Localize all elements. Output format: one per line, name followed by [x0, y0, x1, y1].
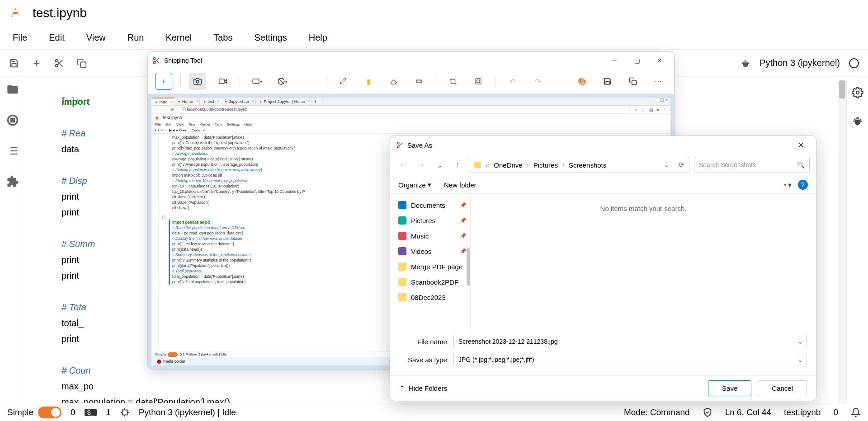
svg-point-18 [856, 91, 859, 94]
svg-point-28 [196, 80, 199, 83]
menu-run[interactable]: Run [124, 31, 148, 45]
ruler-button[interactable] [410, 73, 428, 90]
debug-icon[interactable] [852, 115, 863, 126]
kernel-name[interactable]: Python 3 (ipykernel) [760, 58, 840, 68]
svg-point-24 [153, 57, 156, 60]
kernel-icon[interactable] [120, 407, 130, 417]
menu-kernel[interactable]: Kernel [162, 31, 195, 45]
svg-rect-39 [477, 80, 480, 83]
copy-snip-button[interactable] [624, 73, 642, 90]
save-type-select[interactable]: JPG (*.jpg;*.jpeg;*.jpe;*.jfif)⌄ [453, 353, 807, 366]
video-mode-button[interactable] [214, 73, 231, 90]
scrollbar[interactable] [838, 80, 846, 403]
nav-up-button[interactable]: ↑ [451, 158, 464, 172]
jupyter-logo [9, 7, 22, 19]
add-cell-icon[interactable] [32, 58, 42, 68]
status-filename[interactable]: test.ipynb [784, 407, 821, 417]
hide-folders-button[interactable]: ⌃Hide Folders [399, 384, 447, 393]
paint-button[interactable]: 🎨 [574, 73, 591, 90]
menu-tabs[interactable]: Tabs [210, 31, 236, 45]
save-close-button[interactable]: ✕ [792, 138, 810, 152]
tree-item[interactable]: Scanbook2PDF [390, 274, 470, 290]
new-snip-button[interactable]: + [155, 73, 172, 90]
pen-red-button[interactable]: 🖊 [335, 73, 352, 90]
search-box[interactable]: Search Screenshots 🔍 [694, 157, 810, 173]
file-name-input[interactable]: Screenshot 2023-12-12 211238.jpg⌄ [453, 335, 807, 348]
snip-titlebar[interactable]: Snipping Tool ─ ▢ ✕ [148, 52, 674, 69]
empty-message: No items match your search. [600, 205, 687, 212]
camera-mode-button[interactable] [189, 73, 206, 90]
folder-icon[interactable] [6, 83, 19, 96]
bug-icon[interactable] [741, 58, 750, 68]
terminals-count[interactable]: 1 [106, 407, 111, 417]
status-bar: Simple 0 $_ 1 Python 3 (ipykernel) | Idl… [0, 403, 868, 421]
delay-button[interactable]: ▾ [274, 73, 291, 90]
save-as-dialog[interactable]: Save As ✕ ← → ⌄ ↑ « OneDrive› Pictures› … [390, 136, 816, 401]
edit-button[interactable] [470, 73, 487, 90]
status-other: 0 [833, 407, 838, 417]
view-button[interactable]: ▫ ▾ [783, 181, 792, 189]
file-name-label: File name: [399, 338, 449, 346]
save-button[interactable]: Save [708, 380, 751, 396]
file-list-area[interactable]: No items match your search. [471, 194, 816, 330]
kernel-status[interactable]: Python 3 (ipykernel) | Idle [139, 407, 236, 417]
svg-rect-11 [11, 119, 14, 122]
highlighter-button[interactable]: ▮ [360, 73, 377, 90]
right-sidebar [846, 80, 868, 403]
menu-settings[interactable]: Settings [250, 31, 290, 45]
tree-item[interactable]: 08Dec2023 [390, 290, 470, 305]
nav-back-button[interactable]: ← [396, 158, 410, 172]
tree-item[interactable]: Videos📌 [390, 243, 470, 259]
tabs-count[interactable]: 0 [71, 407, 75, 417]
bell-icon[interactable] [851, 407, 861, 417]
undo-button[interactable]: ↶ [504, 73, 521, 90]
menu-help[interactable]: Help [305, 31, 331, 45]
trusted-icon[interactable] [703, 407, 712, 417]
simple-toggle[interactable] [38, 407, 61, 418]
help-button[interactable]: ? [798, 180, 808, 190]
new-folder-button[interactable]: New folder [444, 181, 476, 189]
tree-item[interactable]: Music📌 [390, 228, 470, 243]
running-icon[interactable] [6, 114, 19, 126]
menu-view[interactable]: View [83, 31, 109, 45]
cancel-button[interactable]: Cancel [758, 380, 807, 396]
save-fields: File name: Screenshot 2023-12-12 211238.… [390, 330, 816, 375]
tree-item[interactable]: Pictures📌 [390, 213, 470, 228]
tree-item[interactable]: Documents📌 [390, 197, 470, 213]
close-button[interactable]: ✕ [650, 54, 670, 67]
notebook-title[interactable]: test.ipynb [33, 6, 87, 20]
menu-edit[interactable]: Edit [45, 31, 68, 45]
toc-icon[interactable] [6, 145, 19, 157]
mode[interactable]: Mode: Command [624, 407, 690, 417]
save-nav: ← → ⌄ ↑ « OneDrive› Pictures› Screenshot… [390, 154, 816, 176]
crop-button[interactable] [444, 73, 462, 90]
minimize-button[interactable]: ─ [604, 54, 624, 67]
property-icon[interactable] [852, 87, 863, 98]
cut-icon[interactable] [54, 58, 64, 68]
terminal-icon[interactable]: $_ [85, 409, 97, 416]
eraser-button[interactable] [385, 73, 402, 90]
maximize-button[interactable]: ▢ [627, 54, 647, 67]
redo-button[interactable]: ↷ [529, 73, 546, 90]
snip-toolbar: + ▾ ▾ 🖊 ▮ ↶ ↷ 🎨 ⋯ [148, 69, 674, 94]
simple-label: Simple [7, 407, 33, 417]
svg-rect-19 [122, 410, 127, 415]
save-snip-button[interactable] [599, 73, 616, 90]
breadcrumb[interactable]: « OneDrive› Pictures› Screenshots ⌄ ⟳ [469, 157, 689, 173]
folder-tree[interactable]: Documents📌Pictures📌Music📌Videos📌Merge PD… [390, 194, 471, 330]
menu-file[interactable]: File [9, 31, 31, 45]
more-button[interactable]: ⋯ [650, 73, 667, 90]
extension-icon[interactable] [6, 175, 19, 188]
save-type-label: Save as type: [399, 356, 449, 364]
kernel-status-icon[interactable] [849, 58, 859, 68]
save-icon[interactable] [9, 58, 19, 68]
organize-button[interactable]: Organize ▾ [398, 181, 431, 189]
nav-forward-button[interactable]: → [415, 158, 428, 172]
save-titlebar[interactable]: Save As ✕ [390, 136, 816, 154]
svg-point-4 [56, 59, 58, 62]
copy-icon[interactable] [77, 58, 87, 68]
nav-recent-button[interactable]: ⌄ [433, 158, 446, 172]
rect-mode-button[interactable]: ▾ [248, 73, 265, 90]
tree-item[interactable]: Merge PDF page [390, 259, 470, 274]
cursor-pos[interactable]: Ln 6, Col 44 [725, 407, 771, 417]
